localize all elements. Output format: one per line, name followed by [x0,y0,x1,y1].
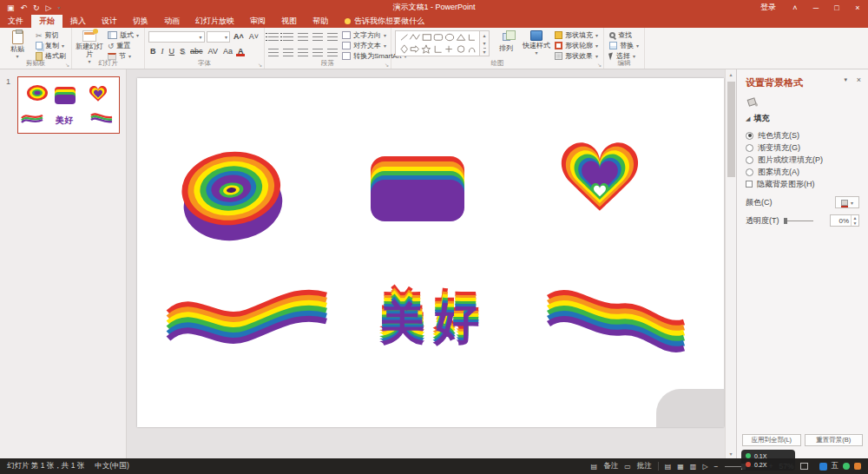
shapes-gallery-scroll[interactable]: ▴ ▾ ▾ [480,30,490,56]
reading-view-icon[interactable]: ▥ [690,463,697,471]
hide-background-checkbox[interactable] [746,181,753,188]
torus-shape[interactable] [178,143,286,247]
slide-thumbnail[interactable]: 美好 [17,76,120,134]
text-shadow-icon[interactable]: S [178,47,187,56]
tab-home[interactable]: 开始 [31,15,62,28]
option-hide-background[interactable]: 隐藏背景图形(H) [746,178,859,190]
bullets-icon[interactable] [268,33,279,41]
close-button[interactable]: × [847,0,868,15]
underline-icon[interactable]: U [168,47,177,56]
shapes-gallery[interactable] [395,30,480,56]
transparency-spinner[interactable]: 0% ▲▼ [830,214,859,227]
shape-fill-button[interactable]: 形状填充 ▾ [553,30,600,40]
ribbon-display-options-icon[interactable]: ˄ [785,0,806,15]
shape-outline-button[interactable]: 形状轮廓 ▾ [553,41,600,50]
find-button[interactable]: 查找 [608,30,641,40]
customize-qat-icon[interactable]: ▾ [58,4,61,10]
comments-button[interactable]: 批注 [637,461,652,471]
wordart-text[interactable]: 美好 [380,300,488,346]
fill-bucket-icon[interactable] [746,95,859,109]
italic-icon[interactable]: I [160,47,166,56]
clipboard-dialog-launcher-icon[interactable]: ↘ [65,62,69,68]
layout-button[interactable]: 版式 ▾ [106,30,141,40]
grow-font-icon[interactable]: A˄ [232,32,246,41]
drawing-dialog-launcher-icon[interactable]: ↘ [597,62,602,68]
replace-button[interactable]: 替换 ▾ [608,41,641,50]
color-picker-button[interactable]: ▾ [835,196,859,208]
font-size-combo[interactable]: ▾ [207,31,230,43]
tab-transitions[interactable]: 切换 [125,15,156,28]
ime-indicator[interactable]: 五 [832,461,839,471]
align-right-icon[interactable] [298,49,308,56]
increase-indent-icon[interactable] [312,33,323,41]
tray-app-icon[interactable] [819,463,827,471]
tab-review[interactable]: 审阅 [242,15,273,28]
tab-view[interactable]: 视图 [273,15,305,28]
font-name-combo[interactable]: ▾ [148,31,205,43]
language-indicator[interactable]: 中文(中国) [95,461,129,471]
columns-icon[interactable] [327,49,338,56]
font-dialog-launcher-icon[interactable]: ↘ [258,62,262,68]
justify-icon[interactable] [312,49,323,56]
normal-view-icon[interactable]: ▤ [665,463,672,471]
spinner-down-icon[interactable]: ▼ [853,221,858,226]
arrange-button[interactable]: 排列 [492,30,520,60]
tab-slideshow[interactable]: 幻灯片放映 [187,15,242,28]
slide-indicator[interactable]: 幻灯片 第 1 张，共 1 张 [7,461,84,471]
tab-file[interactable]: 文件 [0,15,31,28]
heart-shape[interactable] [549,127,650,229]
align-left-icon[interactable] [268,49,279,56]
paste-button[interactable]: 粘贴 ▾ [3,30,31,60]
tell-me-box[interactable]: 告诉我你想要做什么 [336,15,433,28]
gallery-up-icon[interactable]: ▴ [483,32,486,38]
rounded-rect-shape[interactable] [369,156,466,222]
minimize-button[interactable]: ─ [806,0,826,15]
new-slide-button[interactable]: 新建幻灯片 ▾ [76,30,103,60]
quick-styles-button[interactable]: 快速样式 ▾ [523,30,550,60]
tray-recorder-icon[interactable] [854,463,861,470]
slide-sorter-view-icon[interactable]: ▦ [677,463,684,471]
tray-status-icon[interactable] [843,463,850,470]
decrease-indent-icon[interactable] [298,33,308,41]
option-gradient-fill[interactable]: 渐变填充(G) [746,142,859,154]
align-center-icon[interactable] [283,49,293,56]
solid-fill-radio[interactable] [746,132,753,140]
picture-fill-radio[interactable] [746,156,753,164]
recorder-speed-1[interactable]: 0.1X [754,453,766,459]
pane-close-icon[interactable]: × [857,76,861,84]
strikethrough-icon[interactable]: abc [188,47,205,56]
maximize-button[interactable]: □ [826,0,847,15]
wave-shape-left[interactable] [165,283,330,352]
redo-icon[interactable]: ↻ [33,3,40,12]
recorder-speed-widget[interactable]: 0.1X 0.2X [741,450,795,471]
tab-insert[interactable]: 插入 [62,15,94,28]
gradient-fill-radio[interactable] [746,144,753,152]
sign-in-button[interactable]: 登录 [752,2,785,13]
reset-background-button[interactable]: 重置背景(B) [805,434,864,446]
pane-options-icon[interactable]: ▾ [844,76,847,83]
transparency-slider[interactable] [784,221,813,221]
wave-shape-right[interactable] [545,280,688,357]
tab-design[interactable]: 设计 [94,15,125,28]
apply-to-all-button[interactable]: 应用到全部(L) [742,434,801,446]
scrollbar-thumb[interactable] [727,82,735,177]
scroll-up-icon[interactable]: ▴ [726,71,736,77]
tab-animations[interactable]: 动画 [156,15,187,28]
save-icon[interactable]: ▣ [7,3,15,12]
vertical-scrollbar[interactable]: ▴ ▾ [725,69,736,458]
fill-section-header[interactable]: ◢ 填充 [746,113,859,124]
slideshow-view-icon[interactable]: ▷ [702,463,707,471]
character-spacing-icon[interactable]: AV [207,47,220,56]
undo-icon[interactable]: ↶ [21,3,28,12]
option-pattern-fill[interactable]: 图案填充(A) [746,166,859,178]
line-spacing-icon[interactable] [327,33,338,41]
option-solid-fill[interactable]: 纯色填充(S) [746,129,859,142]
recorder-speed-2[interactable]: 0.2X [754,462,766,468]
font-color-icon[interactable]: A [236,47,246,56]
cut-button[interactable]: ✂ 剪切 [34,30,68,40]
fit-slide-to-window-icon[interactable] [800,463,808,470]
notes-button[interactable]: 备注 [603,461,618,471]
reset-button[interactable]: ↺ 重置 [106,41,141,50]
option-picture-fill[interactable]: 图片或纹理填充(P) [746,154,859,166]
numbering-icon[interactable] [283,33,293,41]
